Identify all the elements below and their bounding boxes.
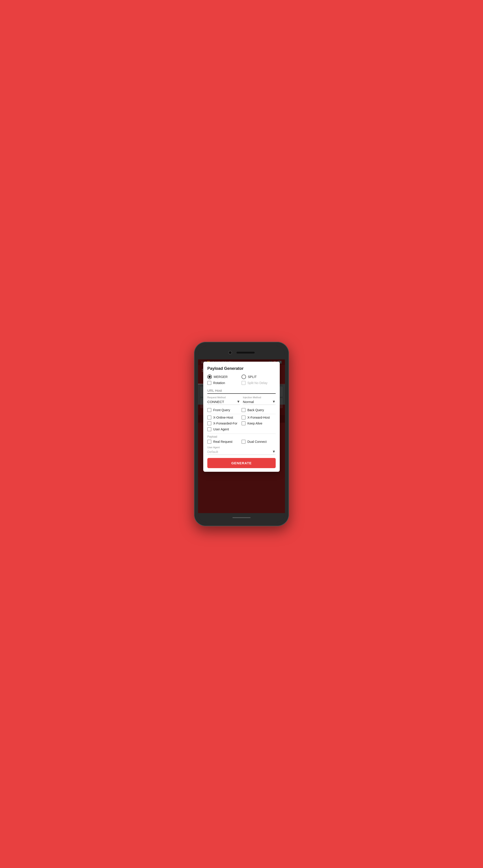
injection-method-label: Injection Method	[243, 396, 276, 399]
back-query-checkbox	[242, 408, 246, 412]
user-agent-arrow: ▼	[272, 450, 276, 454]
checkbox-front-query[interactable]: Front Query	[207, 408, 242, 412]
dialog-title: Payload Generator	[207, 366, 276, 371]
x-forwarded-for-label: X-Forwarded-For	[213, 422, 237, 425]
checkbox-x-forward-host[interactable]: X-Forward-Host	[242, 415, 276, 420]
payload-section-label: Payload	[207, 435, 276, 438]
header-options-row-3: User Agent	[207, 427, 276, 431]
split-no-delay-checkbox-indicator	[242, 381, 246, 385]
header-options-row-2: X-Forwarded-For Keep Alive	[207, 421, 276, 426]
injection-method-group: Injection Method Normal ▼	[243, 396, 276, 405]
injection-method-arrow: ▼	[272, 400, 276, 404]
checkbox-x-forwarded-for[interactable]: X-Forwarded-For	[207, 421, 242, 426]
generate-button[interactable]: GENERATE	[207, 458, 276, 468]
rotation-checkbox-indicator	[207, 381, 211, 385]
home-bar	[232, 517, 251, 518]
merger-label: MERGER	[214, 375, 227, 379]
x-online-host-label: X-Online-Host	[213, 416, 233, 419]
screen: 3:51 📶 4G 0.02 KB/S VPN 📳 ⏰ 63 SSHTUNNEL…	[198, 360, 285, 513]
request-method-arrow: ▼	[236, 400, 240, 404]
checkbox-back-query[interactable]: Back Query	[242, 408, 276, 412]
x-forward-host-checkbox	[242, 415, 246, 420]
radio-merger[interactable]: MERGER	[207, 375, 242, 379]
keep-alive-checkbox	[242, 421, 246, 426]
request-method-value: CONNECT	[207, 400, 224, 404]
user-agent-select-group: User Agent Default ▼	[207, 446, 276, 455]
dual-connect-label: Dual Connect	[247, 440, 266, 443]
request-method-select[interactable]: CONNECT ▼	[207, 400, 240, 405]
radio-options-row: MERGER SPLIT	[207, 375, 276, 379]
method-row: Request Method CONNECT ▼ Injection Metho…	[207, 396, 276, 405]
checkbox-options-row: Rotation Split No Delay	[207, 381, 276, 385]
request-method-label: Request Method	[207, 396, 240, 399]
divider-1	[207, 414, 276, 414]
radio-split[interactable]: SPLIT	[242, 375, 276, 379]
checkbox-user-agent[interactable]: User Agent	[207, 427, 229, 431]
checkbox-dual-connect[interactable]: Dual Connect	[242, 440, 276, 444]
phone-device: 3:51 📶 4G 0.02 KB/S VPN 📳 ⏰ 63 SSHTUNNEL…	[194, 342, 289, 526]
merger-radio-indicator	[207, 375, 212, 379]
payload-generator-dialog: Payload Generator MERGER SPLIT	[203, 362, 280, 472]
phone-screen-area: 3:51 📶 4G 0.02 KB/S VPN 📳 ⏰ 63 SSHTUNNEL…	[198, 346, 285, 522]
checkbox-real-request[interactable]: Real Request	[207, 440, 242, 444]
front-camera	[228, 351, 232, 354]
checkbox-split-no-delay: Split No Delay	[242, 381, 276, 385]
split-no-delay-label: Split No Delay	[247, 381, 267, 385]
user-agent-select-label: User Agent	[207, 446, 276, 449]
checkbox-x-online-host[interactable]: X-Online-Host	[207, 415, 242, 420]
front-query-label: Front Query	[213, 408, 230, 412]
header-options-row-1: X-Online-Host X-Forward-Host	[207, 415, 276, 420]
front-query-checkbox	[207, 408, 211, 412]
real-request-label: Real Request	[213, 440, 232, 443]
user-agent-value: Default	[207, 450, 218, 454]
phone-speaker	[236, 352, 255, 353]
query-options-row: Front Query Back Query	[207, 408, 276, 412]
payload-options-row: Real Request Dual Connect	[207, 440, 276, 444]
checkbox-keep-alive[interactable]: Keep Alive	[242, 421, 276, 426]
split-label: SPLIT	[248, 375, 257, 379]
user-agent-label: User Agent	[213, 428, 229, 431]
user-agent-checkbox	[207, 427, 211, 431]
real-request-checkbox	[207, 440, 211, 444]
injection-method-value: Normal	[243, 400, 254, 404]
keep-alive-label: Keep Alive	[247, 422, 262, 425]
injection-method-select[interactable]: Normal ▼	[243, 400, 276, 405]
request-method-group: Request Method CONNECT ▼	[207, 396, 240, 405]
phone-top-hardware	[198, 346, 285, 360]
url-host-field	[207, 388, 276, 394]
dual-connect-checkbox	[242, 440, 246, 444]
user-agent-dropdown[interactable]: Default ▼	[207, 450, 276, 455]
dialog-overlay: Payload Generator MERGER SPLIT	[198, 360, 285, 513]
split-radio-indicator	[242, 375, 246, 379]
x-forward-host-label: X-Forward-Host	[247, 416, 270, 419]
checkbox-rotation[interactable]: Rotation	[207, 381, 242, 385]
back-query-label: Back Query	[247, 408, 264, 412]
x-forwarded-for-checkbox	[207, 421, 211, 426]
phone-bottom-hardware	[198, 513, 285, 522]
url-host-input[interactable]	[207, 388, 276, 393]
rotation-label: Rotation	[213, 381, 225, 385]
x-online-host-checkbox	[207, 415, 211, 420]
